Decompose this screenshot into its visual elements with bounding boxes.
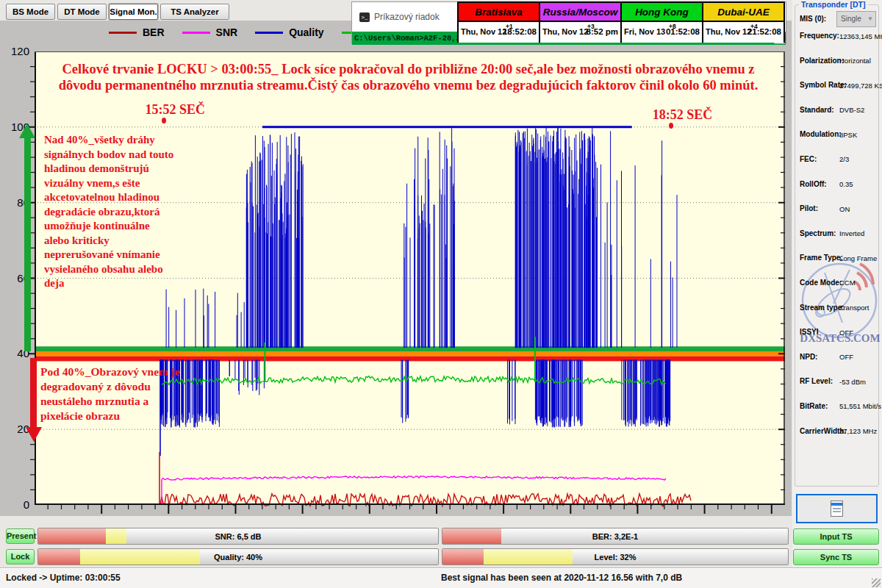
- legend-line-swatch: [255, 32, 283, 34]
- y-axis-label: 0: [7, 498, 29, 511]
- legend-item-ber: BER: [109, 26, 165, 38]
- tab-bs-mode[interactable]: BS Mode: [6, 4, 55, 20]
- cmd-window-title: Príkazový riadok: [374, 12, 440, 22]
- mis-row: MIS (0): Single ▼: [795, 11, 878, 33]
- legend-line-swatch: [182, 32, 210, 34]
- y-axis-label: 100: [7, 121, 29, 133]
- lock-indicator: Lock: [6, 549, 35, 564]
- dropdown-chevron-icon: ▼: [867, 12, 873, 26]
- mis-label: MIS (0):: [800, 15, 826, 23]
- transponder-row: Frame Type:Long Frame: [795, 254, 878, 279]
- lock-uptime-status: Locked -> Uptime: 03:00:55: [6, 573, 121, 583]
- transponder-row: FEC:2/3: [795, 155, 878, 180]
- transponder-row: Polarization:Horizontal: [795, 57, 878, 82]
- y-axis-label: 60: [7, 272, 29, 284]
- transponder-row: CarrierWidth:37,123 MHz: [795, 427, 878, 452]
- y-axis-label: 120: [7, 45, 29, 57]
- input-ts-indicator: Input TS: [793, 528, 879, 545]
- cmd-icon: >_: [359, 12, 370, 22]
- transponder-row: NPD:OFF: [795, 353, 878, 378]
- transponder-row: BitRate:51,551 Mbit/s: [795, 402, 878, 427]
- clock-hong-kong: Hong KongFri, Nov 13+801:52:08: [620, 1, 703, 43]
- transponder-row: Code Mode:CCM: [795, 279, 878, 304]
- quality-meter-label: Quality: 40%: [38, 549, 438, 564]
- signal-chart: [35, 51, 785, 517]
- legend-item-snr: SNR: [182, 26, 238, 38]
- tab-dt-mode[interactable]: DT Mode: [57, 4, 107, 20]
- best-signal-status: Best signal has been seen at 2020-11-12 …: [441, 573, 682, 583]
- transponder-row: Pilot:ON: [795, 204, 878, 229]
- transponder-group-title: Transponder [DT]: [799, 0, 868, 9]
- transponder-row: Frequency:12363,145 MHz: [795, 32, 878, 57]
- transponder-sidebar: Transponder [DT] DXSATCS.COM Frequency:1…: [792, 0, 882, 588]
- transponder-groupbox: Transponder [DT] DXSATCS.COM Frequency:1…: [795, 4, 879, 487]
- ber-meter: BER: 3,2E-1: [442, 528, 789, 545]
- mis-selected-value: Single: [841, 15, 861, 23]
- clock-dubai-uae: Dubai-UAEThu, Nov 12+421:52:08: [702, 1, 785, 43]
- transponder-row: Spectrum:Inverted: [795, 229, 878, 254]
- legend-line-swatch: [109, 32, 137, 34]
- transponder-row: Standard:DVB-S2: [795, 106, 878, 131]
- transponder-row: Symbol Rate:27499,728 KS/s: [795, 81, 878, 106]
- tab-signal-mon-[interactable]: Signal Mon.: [109, 4, 158, 20]
- legend-label: BER: [143, 26, 165, 38]
- tab-ts-analyzer-ok-[interactable]: TS Analyzer (OK): [160, 4, 229, 20]
- transponder-row: RF Level:-53 dBm: [795, 377, 878, 402]
- ber-meter-label: BER: 3,2E-1: [442, 528, 788, 544]
- snr-meter-label: SNR: 6,5 dB: [38, 528, 438, 544]
- chart-panel: BERSNRQualityLevel 120100806040200 Celko…: [0, 21, 792, 516]
- resize-grip[interactable]: [872, 578, 881, 587]
- ts-view-button[interactable]: [796, 494, 878, 523]
- transponder-row: Modulation:8PSK: [795, 130, 878, 155]
- signal-plot-area: [35, 51, 785, 505]
- sync-ts-indicator: Sync TS: [793, 549, 879, 565]
- legend-label: SNR: [216, 26, 238, 38]
- y-axis-label: 20: [7, 423, 29, 435]
- status-bar: Locked -> Uptime: 03:00:55 Best signal h…: [0, 567, 882, 588]
- legend-item-quality: Quality: [255, 26, 323, 38]
- y-axis-label: 80: [7, 196, 29, 209]
- snr-meter: SNR: 6,5 dB: [37, 528, 439, 545]
- mis-select[interactable]: Single ▼: [836, 11, 876, 27]
- y-axis-label: 40: [7, 347, 29, 359]
- level-meter-label: Level: 32%: [442, 549, 788, 564]
- ts-list-icon: [831, 501, 843, 517]
- transponder-row: Stream type:Transport: [795, 304, 878, 329]
- legend-label: Quality: [289, 26, 323, 38]
- transponder-row: RollOff:0.35: [795, 180, 878, 205]
- level-meter: Level: 32%: [442, 548, 789, 565]
- world-clocks: BratislavaThu, Nov 12+118:52:08Russia/Mo…: [457, 1, 785, 44]
- clock-bratislava: BratislavaThu, Nov 12+118:52:08: [457, 1, 540, 43]
- quality-meter: Quality: 40%: [37, 548, 439, 565]
- tab-bar: BS ModeDT ModeSignal Mon.TS Analyzer (OK…: [0, 0, 351, 21]
- clock-russia-moscow: Russia/MoscowThu, Nov 12+38:52 pm: [539, 1, 622, 43]
- present-indicator: Present: [6, 528, 35, 544]
- transponder-row: ISSYIOFF: [795, 328, 878, 353]
- signal-monitor-app: BS ModeDT ModeSignal Mon.TS Analyzer (OK…: [0, 0, 882, 588]
